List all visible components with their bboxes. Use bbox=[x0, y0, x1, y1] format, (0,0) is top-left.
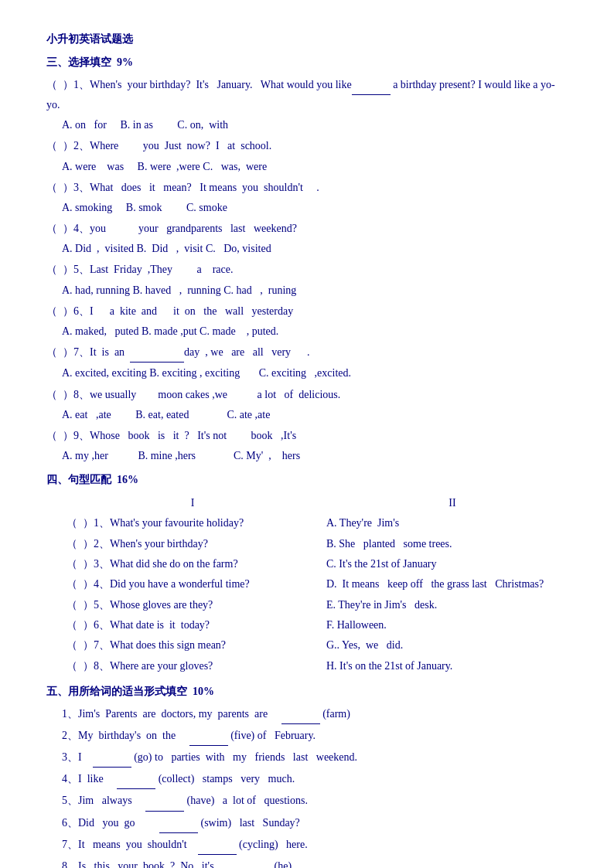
question-1: （ ）1、When's your birthday? It's January.… bbox=[46, 75, 568, 135]
fill-q6: 6、Did you go (swim) last Sunday? bbox=[62, 813, 568, 833]
section5: 五、用所给词的适当形式填空 10% 1、Jim's Parents are do… bbox=[46, 683, 568, 868]
matching-row-2: （ ）2、When's your birthday? B. She plante… bbox=[63, 535, 582, 553]
page-title: 小升初英语试题选 bbox=[46, 31, 568, 48]
section3: 三、选择填空 9% （ ）1、When's your birthday? It'… bbox=[46, 54, 568, 465]
blank-fill7 bbox=[198, 835, 237, 855]
fill-q7: 7、It means you shouldn't (cycling) here. bbox=[62, 835, 568, 855]
matching-row-8: （ ）8、Where are your gloves? H. It's on t… bbox=[63, 657, 582, 676]
blank-q7 bbox=[130, 342, 184, 363]
section5-title: 五、用所给词的适当形式填空 10% bbox=[46, 683, 568, 700]
blank-q1 bbox=[352, 75, 391, 95]
blank-fill8 bbox=[233, 856, 271, 868]
blank-fill1 bbox=[281, 704, 320, 724]
fill-q4: 4、I like (collect) stamps very much. bbox=[62, 769, 568, 789]
question-7: （ ）7、It is an day , we are all very . A.… bbox=[46, 342, 568, 383]
question-3: （ ）3、What does it mean? It means you sho… bbox=[46, 178, 568, 217]
fill-q2: 2、My birthday's on the (five) of Februar… bbox=[62, 726, 568, 746]
blank-fill2 bbox=[189, 726, 228, 746]
matching-row-6: （ ）6、What date is it today? F. Halloween… bbox=[63, 616, 582, 635]
blank-fill5 bbox=[145, 791, 184, 811]
blank-fill4 bbox=[117, 769, 155, 789]
fill-q8: 8、Is this your book ? No, it's (he) bbox=[62, 856, 568, 868]
section3-title: 三、选择填空 9% bbox=[46, 54, 568, 71]
blank-fill3 bbox=[93, 747, 131, 768]
section4: 四、句型匹配 16% I II （ ）1、What's your favouri… bbox=[46, 471, 568, 677]
matching-row-4: （ ）4、Did you have a wonderful time? D. I… bbox=[63, 575, 582, 594]
question-5: （ ）5、Last Friday ,They a race. A. had, r… bbox=[46, 260, 568, 299]
question-9: （ ）9、Whose book is it ? It's not book ,I… bbox=[46, 426, 568, 465]
section4-title: 四、句型匹配 16% bbox=[46, 471, 568, 488]
matching-row-3: （ ）3、What did she do on the farm? C. It'… bbox=[63, 555, 582, 574]
matching-row-5: （ ）5、Whose gloves are they? E. They're i… bbox=[63, 596, 582, 614]
question-2: （ ）2、Where you Just now? I at school. A.… bbox=[46, 136, 568, 175]
matching-table: I II （ ）1、What's your favourite holiday?… bbox=[62, 492, 583, 678]
matching-row-7: （ ）7、What does this sign mean? G.. Yes, … bbox=[63, 636, 582, 655]
fill-q5: 5、Jim always (have) a lot of questions. bbox=[62, 791, 568, 811]
question-8: （ ）8、we usually moon cakes ,we a lot of … bbox=[46, 385, 568, 424]
question-4: （ ）4、you your grandparents last weekend?… bbox=[46, 219, 568, 258]
question-6: （ ）6、I a kite and it on the wall yesterd… bbox=[46, 301, 568, 341]
blank-fill6 bbox=[159, 813, 198, 833]
fill-q1: 1、Jim's Parents are doctors, my parents … bbox=[62, 704, 568, 724]
matching-row-1: （ ）1、What's your favourite holiday? A. T… bbox=[63, 514, 582, 533]
fill-q3: 3、I (go) to parties with my friends last… bbox=[62, 747, 568, 768]
